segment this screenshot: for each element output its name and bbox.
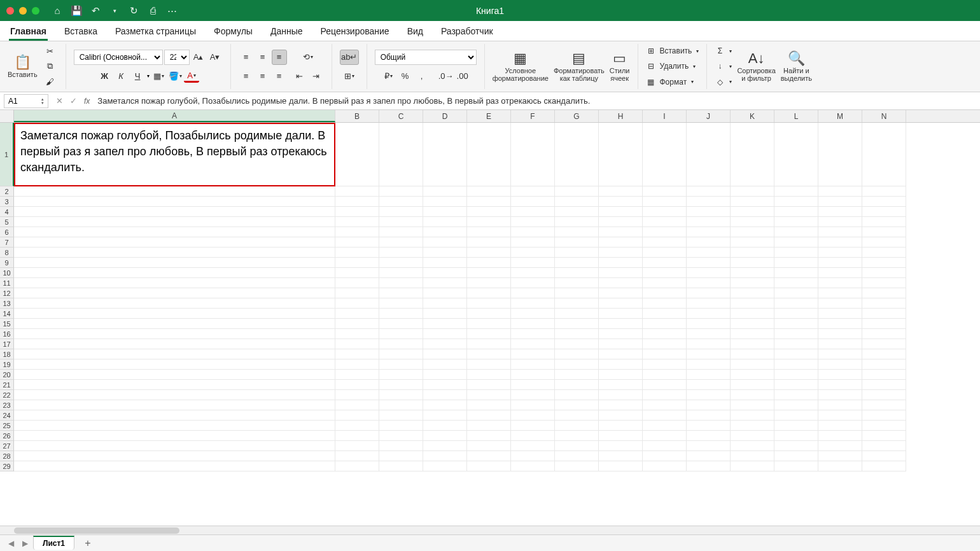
chevron-down-icon[interactable]: ▾ [147, 73, 150, 79]
cell[interactable] [555, 298, 599, 309]
cell[interactable] [687, 227, 731, 237]
cell[interactable] [379, 217, 423, 227]
cell[interactable] [14, 248, 335, 258]
cell[interactable] [643, 298, 687, 309]
row-header[interactable]: 8 [0, 248, 14, 258]
cell[interactable] [423, 380, 467, 390]
cell[interactable] [379, 237, 423, 248]
cell[interactable] [467, 207, 511, 217]
cell[interactable] [14, 441, 335, 451]
cell[interactable] [511, 248, 555, 258]
cell[interactable] [731, 441, 774, 451]
row-header[interactable]: 19 [0, 359, 14, 370]
cell[interactable] [774, 329, 818, 339]
autosum-button[interactable]: Σ▾ [715, 44, 732, 58]
cell[interactable] [511, 217, 555, 227]
cell[interactable] [423, 278, 467, 288]
home-icon[interactable]: ⌂ [52, 6, 62, 16]
cell[interactable] [818, 359, 862, 370]
cell[interactable] [335, 227, 379, 237]
cell[interactable] [599, 278, 643, 288]
cell[interactable] [14, 359, 335, 370]
cell[interactable] [774, 319, 818, 329]
cell[interactable] [774, 248, 818, 258]
chevron-down-icon[interactable]: ▾ [109, 6, 120, 16]
cell[interactable] [511, 197, 555, 207]
cell[interactable] [423, 217, 467, 227]
cell[interactable] [511, 390, 555, 400]
cell-a1[interactable]: Заметался пожар голубой, Позабылись роди… [14, 123, 335, 186]
cell[interactable] [643, 268, 687, 278]
cell[interactable] [335, 451, 379, 461]
cell[interactable] [862, 461, 906, 471]
cell[interactable] [687, 207, 731, 217]
cell[interactable] [818, 319, 862, 329]
cell[interactable] [643, 123, 687, 186]
cell[interactable] [687, 258, 731, 268]
cell[interactable] [379, 359, 423, 370]
cell[interactable] [511, 186, 555, 197]
cell[interactable] [379, 278, 423, 288]
cell[interactable] [818, 431, 862, 441]
cell[interactable] [687, 339, 731, 349]
cell[interactable] [862, 123, 906, 186]
cell[interactable] [423, 431, 467, 441]
cell[interactable] [335, 237, 379, 248]
cell[interactable] [379, 339, 423, 349]
cell[interactable] [335, 329, 379, 339]
cell[interactable] [643, 451, 687, 461]
cell[interactable] [379, 380, 423, 390]
cell[interactable] [335, 370, 379, 380]
cell[interactable] [599, 197, 643, 207]
cell[interactable] [599, 400, 643, 410]
undo-icon[interactable]: ↶ [90, 6, 101, 16]
row-header[interactable]: 23 [0, 400, 14, 410]
cell[interactable] [379, 370, 423, 380]
cell[interactable] [862, 431, 906, 441]
column-header[interactable]: J [687, 110, 731, 122]
cell[interactable] [423, 186, 467, 197]
cell[interactable] [335, 339, 379, 349]
cell[interactable] [731, 339, 774, 349]
cell[interactable] [862, 421, 906, 431]
font-name-select[interactable]: Calibri (Основной... [74, 50, 163, 65]
cell[interactable] [467, 237, 511, 248]
cell[interactable] [467, 441, 511, 451]
cell[interactable] [511, 461, 555, 471]
fill-button[interactable]: ↓▾ [715, 59, 732, 73]
cell[interactable] [555, 278, 599, 288]
cell[interactable] [643, 309, 687, 319]
column-header[interactable]: D [423, 110, 467, 122]
cell[interactable] [862, 451, 906, 461]
cell[interactable] [687, 400, 731, 410]
cell[interactable] [818, 461, 862, 471]
cell[interactable] [555, 380, 599, 390]
cell[interactable] [14, 237, 335, 248]
cell[interactable] [423, 123, 467, 186]
cell[interactable] [643, 380, 687, 390]
cell[interactable] [862, 278, 906, 288]
cell[interactable] [774, 441, 818, 451]
cell[interactable] [423, 298, 467, 309]
cell[interactable] [555, 319, 599, 329]
cell[interactable] [687, 298, 731, 309]
underline-button[interactable]: Ч [130, 69, 145, 84]
cell[interactable] [555, 349, 599, 359]
cell[interactable] [555, 441, 599, 451]
delete-cells-button[interactable]: ⊟Удалить▾ [646, 59, 696, 73]
cell[interactable] [14, 421, 335, 431]
cell[interactable] [423, 359, 467, 370]
cell[interactable] [14, 319, 335, 329]
cell[interactable] [687, 186, 731, 197]
cell[interactable] [511, 288, 555, 298]
cell[interactable] [774, 278, 818, 288]
align-left-icon[interactable]: ≡ [239, 69, 254, 84]
cell[interactable] [774, 431, 818, 441]
cell[interactable] [818, 441, 862, 451]
cell[interactable] [643, 441, 687, 451]
cell[interactable] [335, 278, 379, 288]
cell[interactable] [862, 370, 906, 380]
cell[interactable] [555, 227, 599, 237]
cell[interactable] [599, 421, 643, 431]
cell[interactable] [818, 197, 862, 207]
